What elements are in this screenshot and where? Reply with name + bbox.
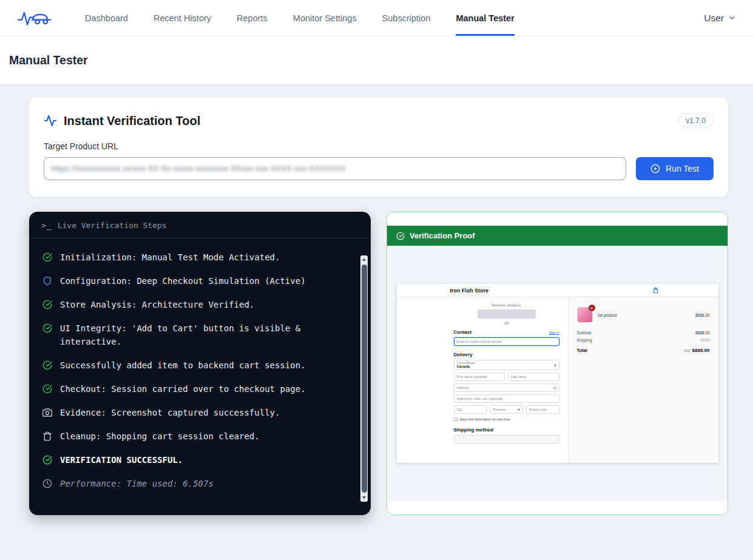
search-icon <box>553 386 556 390</box>
screenshot-postal-code-input: Postal code <box>526 405 559 414</box>
check-circle-icon <box>42 384 52 394</box>
terminal-log: Initialization: Manual Test Mode Activat… <box>29 238 371 502</box>
play-circle-icon <box>650 164 660 174</box>
screenshot-shipping-method-title: Shipping method <box>454 427 559 433</box>
top-navbar: Dashboard Recent History Reports Monitor… <box>0 0 753 36</box>
proof-bottom-padding <box>387 501 728 514</box>
screenshot-subtotal-label: Subtotal <box>577 331 592 335</box>
screenshot-delivery-title: Delivery <box>454 352 559 357</box>
target-url-label: Target Product URL <box>44 141 714 151</box>
nav-item-monitor-settings[interactable]: Monitor Settings <box>293 0 357 36</box>
page-title: Manual Tester <box>9 53 753 67</box>
target-url-input[interactable]: https://xxxxxxxxxxx.xx/xxx-XX-Xx-xxxxx-x… <box>44 157 626 180</box>
screenshot-total-currency: CAD <box>684 349 691 353</box>
nav-item-recent-history[interactable]: Recent History <box>154 0 211 36</box>
screenshot-product-price: $888.00 <box>695 313 710 317</box>
nav-item-dashboard[interactable]: Dashboard <box>85 0 128 36</box>
log-step: Checkout: Session carried over to checko… <box>42 382 344 396</box>
run-test-label: Run Test <box>666 164 699 174</box>
app-logo-icon[interactable] <box>17 7 52 30</box>
screenshot-store-name: Iron Fish Store <box>450 288 489 294</box>
live-verification-terminal: >_ Live Verification Steps Initializatio… <box>29 212 371 515</box>
screenshot-total-label: Total <box>577 348 587 353</box>
check-circle-icon <box>42 252 52 262</box>
log-step: Configuration: Deep Checkout Simulation … <box>42 274 344 288</box>
screenshot-save-info-label: Save this information for next time <box>460 417 510 421</box>
terminal-prompt-icon: >_ <box>41 221 52 230</box>
log-step: Cleanup: Shopping cart session cleared. <box>42 430 344 443</box>
screenshot-save-info-checkbox <box>454 417 458 421</box>
screenshot-first-name-input: First name (optional) <box>454 373 505 381</box>
trash-icon <box>42 431 52 441</box>
scrollbar-up-arrow-icon[interactable] <box>360 255 368 263</box>
screenshot-subtotal-value: $888.00 <box>695 331 710 335</box>
log-step: Evidence: Screenshot captured successful… <box>42 406 344 419</box>
screenshot-province-select: Province <box>490 405 523 414</box>
chevron-down-icon <box>554 365 556 366</box>
terminal-scrollbar[interactable] <box>360 255 368 502</box>
camera-icon <box>42 408 52 417</box>
terminal-header: >_ Live Verification Steps <box>29 212 371 238</box>
user-menu-label: User <box>704 13 724 24</box>
screenshot-product-name: 1st product <box>598 313 617 317</box>
instant-verification-tool-card: Instant Verification Tool v1.7.0 Target … <box>29 98 728 197</box>
screenshot-sign-in-link: Sign in <box>549 331 559 334</box>
screenshot-total-value: $888.00 <box>692 348 710 353</box>
activity-pulse-icon <box>44 114 57 127</box>
screenshot-checkout-form: Express checkout OR Contact Sign in Emai… <box>397 297 568 463</box>
shield-icon <box>42 276 52 286</box>
user-menu[interactable]: User <box>704 13 736 24</box>
log-step: UI Integrity: 'Add to Cart' button is vi… <box>42 322 344 348</box>
terminal-title: Live Verification Steps <box>58 221 167 230</box>
main-nav: Dashboard Recent History Reports Monitor… <box>85 0 515 36</box>
verification-proof-header: Verification Proof <box>387 226 728 246</box>
screenshot-last-name-input: Last name <box>508 373 559 381</box>
screenshot-shipping-value-obscured <box>700 339 710 342</box>
nav-item-subscription[interactable]: Subscription <box>382 0 431 36</box>
screenshot-contact-title: Contact <box>454 329 472 335</box>
tool-title: Instant Verification Tool <box>64 114 200 128</box>
screenshot-email-input: Email or mobile phone number <box>454 337 559 346</box>
check-circle-icon <box>42 323 52 333</box>
check-circle-icon <box>42 455 52 465</box>
clock-icon <box>42 479 52 488</box>
check-circle-icon <box>42 360 52 370</box>
log-step: Initialization: Manual Test Mode Activat… <box>42 251 344 264</box>
screenshot-shipping-label: Shipping <box>577 338 592 342</box>
check-circle-icon <box>42 300 52 309</box>
screenshot-quantity-badge: 4 <box>589 305 595 311</box>
screenshot-store-header: Iron Fish Store <box>397 284 718 297</box>
log-step-performance: Performance: Time used: 6.507s <box>42 477 344 490</box>
version-badge: v1.7.0 <box>678 113 714 128</box>
nav-item-reports[interactable]: Reports <box>237 0 268 36</box>
run-test-button[interactable]: Run Test <box>636 157 714 180</box>
screenshot-or-divider: OR <box>454 322 559 325</box>
checkout-screenshot: Iron Fish Store Express checkout OR Cont… <box>397 284 718 463</box>
log-step: Successfully added item to backend cart … <box>42 359 344 372</box>
proof-header-label: Verification Proof <box>410 231 475 240</box>
log-step-success: VERIFICATION SUCCESSFUL. <box>42 453 344 467</box>
page-header: Manual Tester <box>0 36 753 84</box>
target-url-masked-value: https://xxxxxxxxxxx.xx/xxx-XX-Xx-xxxxx-x… <box>52 164 346 173</box>
nav-item-manual-tester[interactable]: Manual Tester <box>456 0 514 36</box>
screenshot-express-checkout-label: Express checkout <box>454 303 559 307</box>
screenshot-order-summary: 4 1st product $888.00 Subtotal $888.00 S… <box>568 297 718 463</box>
screenshot-country-select: Country/Region Canada <box>454 360 559 370</box>
screenshot-express-checkout-button <box>478 309 536 319</box>
chevron-down-icon <box>728 14 736 22</box>
screenshot-product-thumbnail: 4 <box>577 307 593 323</box>
verification-proof-card: Verification Proof Iron Fish Store Expre… <box>387 212 728 515</box>
proof-body: Iron Fish Store Express checkout OR Cont… <box>387 246 728 501</box>
cart-bag-icon <box>652 287 659 294</box>
screenshot-shipping-method-placeholder <box>454 435 559 444</box>
log-step: Store Analysis: Architecture Verified. <box>42 298 344 311</box>
screenshot-address-input: Address <box>454 383 559 392</box>
proof-top-padding <box>387 212 728 226</box>
scrollbar-down-arrow-icon[interactable] <box>360 494 368 502</box>
scrollbar-thumb[interactable] <box>362 265 367 493</box>
check-circle-icon <box>396 232 405 240</box>
screenshot-apartment-input: Apartment, suite, etc. (optional) <box>454 394 559 403</box>
chevron-down-icon <box>518 409 520 411</box>
screenshot-city-input: City <box>454 405 487 414</box>
